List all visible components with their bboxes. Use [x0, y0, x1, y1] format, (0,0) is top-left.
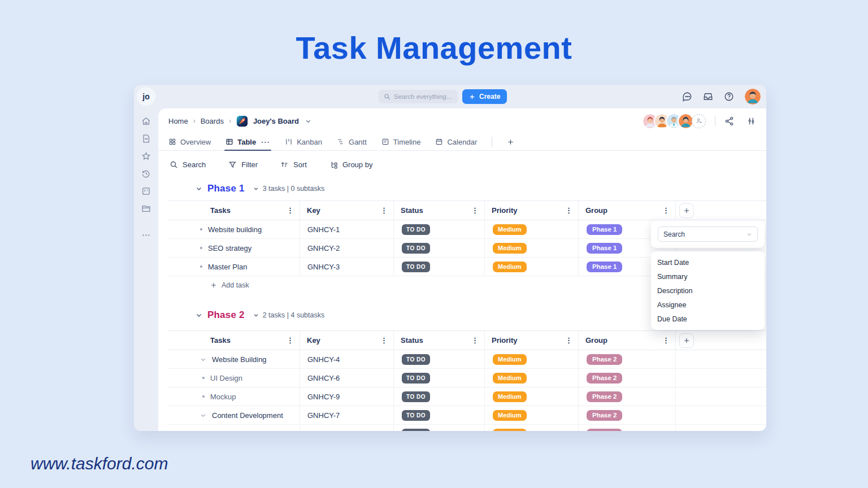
priority-badge[interactable]: Medium [493, 391, 527, 402]
table-row[interactable]: Define content structure GNHCY-8 TO DO M… [168, 425, 766, 431]
tab-overview[interactable]: Overview [168, 133, 211, 150]
expand-icon[interactable] [200, 356, 206, 363]
table-row[interactable]: Website Building GNHCY-4 TO DO Medium Ph… [168, 350, 766, 369]
expand-icon[interactable] [200, 412, 206, 419]
column-menu-icon[interactable]: ⋮ [662, 337, 670, 344]
group-badge[interactable]: Phase 2 [587, 354, 622, 365]
column-header-group: Group [585, 336, 607, 345]
search-button[interactable]: Search [170, 160, 206, 169]
breadcrumb-board-name[interactable]: Joey's Board [253, 117, 299, 125]
column-menu-icon[interactable]: ⋮ [471, 207, 479, 214]
sort-button[interactable]: Sort [280, 160, 307, 169]
share-icon[interactable] [724, 116, 734, 126]
status-badge[interactable]: TO DO [402, 224, 430, 235]
app-logo[interactable]: jo [137, 87, 155, 106]
group-badge[interactable]: Phase 2 [587, 410, 622, 421]
column-menu-icon[interactable]: ⋮ [565, 207, 572, 214]
chevron-down-icon[interactable] [253, 312, 259, 318]
field-search-select[interactable]: Search [658, 226, 758, 242]
add-view-button[interactable] [507, 133, 514, 150]
tab-overflow-icon[interactable]: ··· [261, 138, 270, 146]
star-icon[interactable] [141, 151, 151, 161]
task-name[interactable]: Mockup [210, 393, 236, 401]
inbox-icon[interactable] [703, 91, 713, 102]
task-name[interactable]: Define content structure [210, 430, 288, 432]
dropdown-option-due-date[interactable]: Due Date [651, 312, 765, 326]
chat-icon[interactable] [682, 91, 692, 102]
tab-timeline[interactable]: Timeline [381, 133, 421, 150]
view-settings-icon[interactable] [747, 116, 756, 126]
table-row[interactable]: Mockup GNHCY-9 TO DO Medium Phase 2 [168, 387, 766, 406]
priority-badge[interactable]: Medium [493, 373, 527, 384]
tab-gantt[interactable]: Gantt [337, 133, 367, 150]
column-menu-icon[interactable]: ⋮ [662, 207, 670, 214]
help-icon[interactable] [724, 91, 734, 102]
column-menu-icon[interactable]: ⋮ [471, 337, 479, 344]
priority-badge[interactable]: Medium [493, 243, 527, 254]
status-badge[interactable]: TO DO [402, 243, 430, 254]
status-badge[interactable]: TO DO [402, 391, 430, 402]
dropdown-option-assignee[interactable]: Assignee [651, 298, 765, 312]
collapse-icon[interactable] [196, 185, 202, 192]
status-badge[interactable]: TO DO [402, 262, 430, 272]
task-name[interactable]: SEO strategy [208, 244, 251, 252]
more-icon[interactable] [141, 230, 151, 240]
column-menu-icon[interactable]: ⋮ [380, 207, 388, 214]
dropdown-option-description[interactable]: Description [651, 284, 765, 298]
chevron-down-icon[interactable] [305, 118, 311, 124]
add-column-button[interactable] [679, 333, 694, 348]
board-icon[interactable] [141, 186, 151, 196]
group-title[interactable]: Phase 2 [207, 310, 245, 321]
status-badge[interactable]: TO DO [402, 410, 430, 421]
group-badge[interactable]: Phase 1 [587, 262, 622, 272]
task-name[interactable]: Master Plan [208, 263, 247, 271]
table-row[interactable]: Content Development GNHCY-7 TO DO Medium… [168, 406, 766, 425]
group-title[interactable]: Phase 1 [207, 183, 245, 194]
priority-badge[interactable]: Medium [493, 354, 527, 365]
task-name[interactable]: Website Building [212, 355, 267, 364]
collapse-icon[interactable] [196, 312, 202, 319]
dropdown-option-summary[interactable]: Summary [651, 269, 765, 284]
breadcrumb-home[interactable]: Home [168, 117, 188, 125]
dropdown-option-start-date[interactable]: Start Date [651, 255, 765, 269]
status-badge[interactable]: TO DO [402, 354, 430, 365]
global-search-input[interactable]: Search everything... [379, 90, 458, 103]
priority-badge[interactable]: Medium [493, 262, 527, 272]
group-badge[interactable]: Phase 1 [587, 224, 622, 235]
add-column-button[interactable] [679, 203, 694, 218]
tab-calendar[interactable]: Calendar [435, 133, 477, 150]
task-name[interactable]: UI Design [210, 374, 242, 382]
tab-label: Timeline [393, 138, 421, 146]
create-button[interactable]: Create [462, 89, 507, 104]
column-menu-icon[interactable]: ⋮ [565, 337, 572, 344]
group-badge[interactable]: Phase 2 [587, 391, 622, 402]
home-icon[interactable] [141, 116, 151, 126]
user-avatar[interactable] [745, 89, 761, 104]
group-badge[interactable]: Phase 1 [587, 243, 622, 254]
column-menu-icon[interactable]: ⋮ [380, 337, 388, 344]
breadcrumb-boards[interactable]: Boards [201, 117, 224, 125]
report-icon[interactable] [141, 134, 151, 143]
column-menu-icon[interactable]: ⋮ [287, 337, 294, 344]
table-row[interactable]: UI Design GNHCY-6 TO DO Medium Phase 2 [168, 369, 766, 387]
task-name[interactable]: Website building [208, 225, 262, 234]
tab-table[interactable]: Table ··· [225, 133, 270, 150]
tab-kanban[interactable]: Kanban [285, 133, 322, 150]
task-key: GNHCY-1 [300, 220, 393, 238]
filter-button[interactable]: Filter [228, 160, 258, 169]
chevron-down-icon[interactable] [253, 186, 259, 191]
folder-icon[interactable] [141, 204, 151, 213]
column-menu-icon[interactable]: ⋮ [287, 207, 294, 214]
add-member-button[interactable] [692, 114, 706, 128]
group-badge[interactable]: Phase 2 [587, 429, 622, 432]
status-badge[interactable]: TO DO [402, 373, 430, 384]
priority-badge[interactable]: Medium [493, 410, 527, 421]
task-name[interactable]: Content Development [212, 411, 283, 420]
group-by-button[interactable]: Group by [329, 160, 372, 169]
member-avatars[interactable] [642, 113, 706, 129]
history-icon[interactable] [141, 169, 151, 178]
status-badge[interactable]: TO DO [402, 429, 430, 432]
group-badge[interactable]: Phase 2 [587, 373, 622, 384]
priority-badge[interactable]: Medium [493, 224, 527, 235]
priority-badge[interactable]: Medium [493, 429, 527, 432]
